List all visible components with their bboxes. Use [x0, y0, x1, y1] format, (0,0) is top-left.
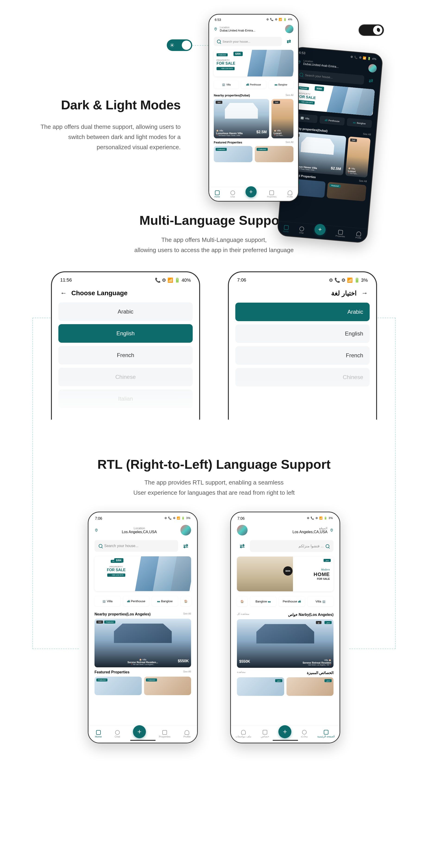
nav-chat[interactable]: Chat: [299, 226, 304, 234]
property-card[interactable]: مميز بيع Villa 🏠Serene Retreat ResidenOa…: [237, 619, 333, 668]
nav-home[interactable]: Home: [215, 190, 220, 198]
see-all-link[interactable]: See All: [286, 141, 293, 144]
property-card[interactable]: Sell 🏠 VillaLuxuri📍123 Palm…: [345, 136, 370, 178]
language-phone-ltr: 11:56📞 ⚙ 📶 🔋 40% ← Choose Language Arabi…: [51, 271, 200, 420]
lang-option-english[interactable]: English: [235, 324, 370, 343]
nav-home[interactable]: Home: [283, 225, 289, 232]
light-mode-toggle[interactable]: [167, 39, 192, 51]
fab-add[interactable]: +: [133, 725, 146, 738]
location-label: الموقع: [250, 526, 328, 530]
category-penthouse[interactable]: Penthouse🏙: [279, 596, 305, 607]
nav-profile[interactable]: Profile: [287, 190, 293, 198]
promo-banner[interactable]: $50K مميز Modern HOME FOR SALE: [237, 557, 333, 591]
nav-properties[interactable]: Properties: [267, 190, 276, 198]
status-icons: ⚙ 📞 ⚙ 📶 🔋 3%: [164, 517, 191, 521]
nav-home[interactable]: الصفحة الرئيسية: [317, 730, 335, 738]
search-input[interactable]: Search your house...: [214, 37, 282, 46]
property-card[interactable]: Featured: [327, 182, 366, 202]
promo-banner[interactable]: Featured $35K PROPERTY FOR SALE 📞 +000 1…: [95, 556, 191, 591]
lang-option-french[interactable]: French: [58, 346, 193, 365]
status-icons: ⚙ 📞 ⚙ 📶 🔋 3%: [329, 277, 368, 283]
status-time: 7:06: [237, 517, 244, 521]
category-banglow[interactable]: 🏘Banglow: [268, 81, 293, 89]
nav-chat[interactable]: محادثة: [301, 730, 308, 738]
property-card[interactable]: Featured: [255, 146, 293, 162]
category-penthouse[interactable]: 🏙Penthouse: [241, 81, 266, 89]
section3-desc: The app provides RTL support, enabling a…: [32, 477, 396, 498]
back-arrow-icon[interactable]: →: [361, 289, 368, 297]
promo-banner[interactable]: Featured $35K PROPERTY FOR SALE 📞 +000 1…: [214, 50, 293, 76]
see-all-link[interactable]: See All: [286, 94, 293, 97]
lang-option-english[interactable]: English: [58, 324, 193, 343]
property-card[interactable]: Sell 🏠 VillaLuxuri📍123 Palm…: [271, 99, 293, 138]
lang-option-french[interactable]: French: [235, 346, 370, 365]
status-time: 6:53: [299, 51, 305, 55]
category-villa[interactable]: 🏢Villa: [214, 81, 239, 89]
status-icons: ⚙ 📞 ⚙ 📶 🔋 3%: [307, 517, 333, 521]
category-penthouse[interactable]: 🏙Penthouse: [319, 116, 345, 126]
fab-add[interactable]: +: [314, 223, 326, 236]
property-card[interactable]: مميز: [287, 677, 334, 696]
location-value[interactable]: Los Angeles,CA,USA: [250, 530, 328, 534]
nav-home[interactable]: Home: [95, 730, 102, 738]
promo-banner[interactable]: Featured $35K PROPERTY FOR SALE 📞 +000 1…: [293, 83, 375, 116]
back-arrow-icon[interactable]: ←: [60, 289, 67, 297]
filter-button[interactable]: ⇄: [366, 76, 376, 86]
dark-mode-toggle[interactable]: [359, 24, 384, 36]
user-avatar[interactable]: [368, 64, 377, 73]
location-value[interactable]: Dubai,United Arab Emira...: [220, 29, 283, 32]
property-card[interactable]: مميز: [237, 677, 284, 696]
property-card[interactable]: Featured: [144, 677, 191, 695]
fab-add[interactable]: +: [245, 186, 257, 197]
category-more[interactable]: 🏠: [180, 596, 191, 606]
language-phone-rtl: 7:06⚙ 📞 ⚙ 📶 🔋 3% → اختيار لغة Arabic Eng…: [228, 271, 377, 420]
filter-button[interactable]: ⇄: [237, 541, 248, 552]
category-penthouse[interactable]: 🏙Penthouse: [123, 596, 149, 606]
featured-title: الخصائص المميزة: [307, 671, 333, 675]
user-avatar[interactable]: [285, 25, 293, 33]
property-card[interactable]: Sell Featured 🏠 VillaSerene Retreat Resi…: [95, 619, 191, 667]
property-card[interactable]: Featured: [214, 146, 253, 162]
nav-chat[interactable]: Chat: [114, 730, 120, 738]
sun-icon: [170, 43, 174, 48]
location-value[interactable]: Los Angeles,CA,USA: [100, 530, 178, 534]
nav-profile[interactable]: Profile: [355, 231, 362, 239]
nav-profile[interactable]: Profile: [184, 730, 191, 738]
banner-title: FOR SALE: [217, 61, 247, 66]
property-card[interactable]: Sell 🏠 VillaLuxurious Haven Villa📍789 Be…: [214, 99, 269, 138]
see-all-link[interactable]: See All: [363, 132, 371, 136]
status-time: 7:06: [237, 277, 246, 283]
nav-properties[interactable]: Properties: [335, 229, 345, 238]
user-avatar[interactable]: [237, 525, 248, 535]
lang-option-arabic[interactable]: Arabic: [58, 302, 193, 321]
nearby-title: خواص Narby(Los Angeles): [288, 613, 333, 617]
category-villa[interactable]: 🏢Villa: [95, 596, 121, 606]
category-banglow[interactable]: 🏘Banglow: [347, 118, 372, 128]
filter-button[interactable]: ⇄: [180, 540, 191, 551]
banner-phone: 📞 +000 1234 5678: [296, 100, 315, 105]
user-avatar[interactable]: [180, 525, 191, 535]
see-all-link[interactable]: See All: [359, 179, 367, 183]
nav-profile[interactable]: ملف مواصفات: [235, 730, 251, 738]
lang-option-arabic[interactable]: Arabic: [235, 303, 370, 321]
see-all-link[interactable]: مشاهدة: [237, 671, 245, 675]
category-banglow[interactable]: Banglow🏘: [250, 596, 276, 607]
search-input[interactable]: فتشوا منزلكم ...: [250, 540, 333, 552]
see-all-link[interactable]: See All: [183, 670, 191, 674]
nav-properties[interactable]: خصائص: [261, 730, 269, 738]
category-banglow[interactable]: 🏘Banglow: [152, 596, 178, 606]
banner-subtitle: PROPERTY: [217, 59, 247, 61]
price-tag: $35K: [315, 86, 324, 91]
nav-properties[interactable]: Properties: [159, 730, 170, 738]
category-villa[interactable]: Villa🏢: [307, 596, 333, 607]
fab-add[interactable]: +: [278, 725, 291, 738]
svg-point-3: [96, 530, 97, 530]
sell-badge: Sell: [216, 101, 222, 104]
property-card[interactable]: Featured: [95, 677, 142, 695]
category-more[interactable]: 🏠: [237, 596, 248, 607]
search-input[interactable]: Search your house...: [95, 540, 178, 552]
see-all-link[interactable]: See All: [183, 612, 191, 616]
see-all-link[interactable]: مشاهدة كل: [237, 613, 249, 617]
nav-chat[interactable]: Chat: [230, 190, 235, 198]
filter-button[interactable]: ⇄: [284, 37, 293, 46]
